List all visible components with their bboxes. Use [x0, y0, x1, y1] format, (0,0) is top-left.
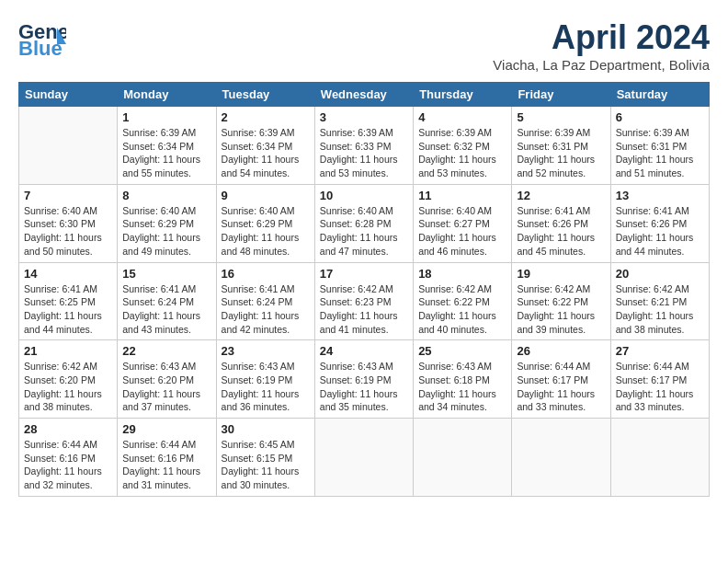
day-info: Sunrise: 6:42 AMSunset: 6:21 PMDaylight:… — [616, 282, 704, 337]
calendar-day-cell: 15Sunrise: 6:41 AMSunset: 6:24 PMDayligh… — [118, 262, 216, 340]
logo: General Blue — [18, 18, 66, 63]
day-info: Sunrise: 6:40 AMSunset: 6:30 PMDaylight:… — [24, 204, 112, 259]
day-info: Sunrise: 6:41 AMSunset: 6:24 PMDaylight:… — [222, 282, 310, 337]
day-info: Sunrise: 6:39 AMSunset: 6:32 PMDaylight:… — [418, 126, 506, 180]
calendar-header-cell: Monday — [118, 83, 216, 107]
calendar-header-cell: Sunday — [19, 83, 118, 107]
calendar-day-cell: 6Sunrise: 6:39 AMSunset: 6:31 PMDaylight… — [610, 107, 709, 185]
calendar-header-cell: Wednesday — [314, 83, 413, 107]
day-number: 18 — [418, 267, 506, 281]
calendar-header-row: SundayMondayTuesdayWednesdayThursdayFrid… — [19, 83, 710, 107]
day-info: Sunrise: 6:39 AMSunset: 6:34 PMDaylight:… — [122, 126, 210, 180]
calendar-day-cell: 24Sunrise: 6:43 AMSunset: 6:19 PMDayligh… — [314, 340, 413, 419]
calendar-day-cell — [314, 419, 413, 497]
day-number: 14 — [24, 267, 112, 281]
day-info: Sunrise: 6:40 AMSunset: 6:28 PMDaylight:… — [320, 204, 408, 259]
calendar-day-cell: 3Sunrise: 6:39 AMSunset: 6:33 PMDaylight… — [314, 107, 413, 185]
day-number: 7 — [24, 189, 112, 202]
calendar-header-cell: Tuesday — [216, 83, 314, 107]
day-number: 5 — [517, 110, 605, 124]
calendar-week-row: 14Sunrise: 6:41 AMSunset: 6:25 PMDayligh… — [19, 262, 710, 340]
day-number: 23 — [222, 344, 310, 358]
calendar-header-cell: Thursday — [414, 83, 512, 107]
day-number: 17 — [320, 267, 408, 281]
calendar-body: 1Sunrise: 6:39 AMSunset: 6:34 PMDaylight… — [19, 107, 710, 497]
day-info: Sunrise: 6:39 AMSunset: 6:31 PMDaylight:… — [616, 126, 704, 180]
day-number: 29 — [122, 422, 210, 436]
day-info: Sunrise: 6:39 AMSunset: 6:34 PMDaylight:… — [222, 126, 310, 180]
logo-icon: General Blue — [18, 18, 66, 63]
title-block: April 2024 Viacha, La Paz Department, Bo… — [493, 18, 710, 73]
day-info: Sunrise: 6:43 AMSunset: 6:20 PMDaylight:… — [122, 360, 210, 414]
day-number: 19 — [517, 267, 605, 281]
day-info: Sunrise: 6:44 AMSunset: 6:17 PMDaylight:… — [517, 360, 605, 414]
calendar-day-cell — [19, 107, 118, 185]
day-number: 6 — [616, 110, 704, 124]
calendar-week-row: 21Sunrise: 6:42 AMSunset: 6:20 PMDayligh… — [19, 340, 710, 419]
calendar-day-cell: 21Sunrise: 6:42 AMSunset: 6:20 PMDayligh… — [19, 340, 118, 419]
calendar-week-row: 28Sunrise: 6:44 AMSunset: 6:16 PMDayligh… — [19, 419, 710, 497]
calendar-day-cell: 10Sunrise: 6:40 AMSunset: 6:28 PMDayligh… — [314, 184, 413, 262]
calendar-day-cell: 2Sunrise: 6:39 AMSunset: 6:34 PMDaylight… — [216, 107, 314, 185]
day-info: Sunrise: 6:44 AMSunset: 6:16 PMDaylight:… — [24, 438, 112, 492]
day-number: 2 — [222, 110, 310, 124]
calendar-day-cell: 16Sunrise: 6:41 AMSunset: 6:24 PMDayligh… — [216, 262, 314, 340]
calendar-day-cell: 1Sunrise: 6:39 AMSunset: 6:34 PMDaylight… — [118, 107, 216, 185]
calendar-day-cell: 4Sunrise: 6:39 AMSunset: 6:32 PMDaylight… — [414, 107, 512, 185]
svg-text:Blue: Blue — [18, 37, 63, 60]
calendar-day-cell: 7Sunrise: 6:40 AMSunset: 6:30 PMDaylight… — [19, 184, 118, 262]
day-info: Sunrise: 6:41 AMSunset: 6:25 PMDaylight:… — [24, 282, 112, 337]
day-number: 4 — [418, 110, 506, 124]
day-info: Sunrise: 6:45 AMSunset: 6:15 PMDaylight:… — [222, 438, 310, 492]
location-subtitle: Viacha, La Paz Department, Bolivia — [493, 57, 710, 73]
calendar-day-cell: 29Sunrise: 6:44 AMSunset: 6:16 PMDayligh… — [118, 419, 216, 497]
day-number: 1 — [122, 110, 210, 124]
day-number: 9 — [222, 189, 310, 202]
calendar-header-cell: Saturday — [610, 83, 709, 107]
calendar-day-cell: 28Sunrise: 6:44 AMSunset: 6:16 PMDayligh… — [19, 419, 118, 497]
day-number: 8 — [122, 189, 210, 202]
calendar-day-cell: 30Sunrise: 6:45 AMSunset: 6:15 PMDayligh… — [216, 419, 314, 497]
calendar-header-cell: Friday — [512, 83, 610, 107]
calendar-day-cell: 18Sunrise: 6:42 AMSunset: 6:22 PMDayligh… — [414, 262, 512, 340]
day-info: Sunrise: 6:39 AMSunset: 6:31 PMDaylight:… — [517, 126, 605, 180]
calendar-day-cell — [512, 419, 610, 497]
calendar-day-cell — [414, 419, 512, 497]
calendar-day-cell: 26Sunrise: 6:44 AMSunset: 6:17 PMDayligh… — [512, 340, 610, 419]
day-number: 28 — [24, 422, 112, 436]
day-number: 3 — [320, 110, 408, 124]
calendar-day-cell: 11Sunrise: 6:40 AMSunset: 6:27 PMDayligh… — [414, 184, 512, 262]
day-info: Sunrise: 6:42 AMSunset: 6:20 PMDaylight:… — [24, 360, 112, 414]
day-info: Sunrise: 6:39 AMSunset: 6:33 PMDaylight:… — [320, 126, 408, 180]
day-info: Sunrise: 6:43 AMSunset: 6:18 PMDaylight:… — [418, 360, 506, 414]
day-number: 26 — [517, 344, 605, 358]
calendar-table: SundayMondayTuesdayWednesdayThursdayFrid… — [18, 82, 710, 497]
day-number: 10 — [320, 189, 408, 202]
day-number: 12 — [517, 189, 605, 202]
day-info: Sunrise: 6:41 AMSunset: 6:26 PMDaylight:… — [517, 204, 605, 259]
calendar-day-cell: 12Sunrise: 6:41 AMSunset: 6:26 PMDayligh… — [512, 184, 610, 262]
calendar-week-row: 7Sunrise: 6:40 AMSunset: 6:30 PMDaylight… — [19, 184, 710, 262]
calendar-day-cell: 13Sunrise: 6:41 AMSunset: 6:26 PMDayligh… — [610, 184, 709, 262]
day-info: Sunrise: 6:41 AMSunset: 6:24 PMDaylight:… — [122, 282, 210, 337]
day-number: 24 — [320, 344, 408, 358]
calendar-day-cell: 22Sunrise: 6:43 AMSunset: 6:20 PMDayligh… — [118, 340, 216, 419]
day-number: 15 — [122, 267, 210, 281]
calendar-week-row: 1Sunrise: 6:39 AMSunset: 6:34 PMDaylight… — [19, 107, 710, 185]
day-number: 25 — [418, 344, 506, 358]
day-info: Sunrise: 6:40 AMSunset: 6:29 PMDaylight:… — [222, 204, 310, 259]
day-number: 21 — [24, 344, 112, 358]
day-number: 13 — [616, 189, 704, 202]
calendar-day-cell: 23Sunrise: 6:43 AMSunset: 6:19 PMDayligh… — [216, 340, 314, 419]
day-number: 22 — [122, 344, 210, 358]
calendar-day-cell: 27Sunrise: 6:44 AMSunset: 6:17 PMDayligh… — [610, 340, 709, 419]
month-title: April 2024 — [493, 18, 710, 57]
day-number: 16 — [222, 267, 310, 281]
calendar-day-cell: 17Sunrise: 6:42 AMSunset: 6:23 PMDayligh… — [314, 262, 413, 340]
day-info: Sunrise: 6:42 AMSunset: 6:22 PMDaylight:… — [517, 282, 605, 337]
day-info: Sunrise: 6:42 AMSunset: 6:23 PMDaylight:… — [320, 282, 408, 337]
calendar-day-cell: 25Sunrise: 6:43 AMSunset: 6:18 PMDayligh… — [414, 340, 512, 419]
calendar-day-cell — [610, 419, 709, 497]
calendar-day-cell: 9Sunrise: 6:40 AMSunset: 6:29 PMDaylight… — [216, 184, 314, 262]
day-info: Sunrise: 6:41 AMSunset: 6:26 PMDaylight:… — [616, 204, 704, 259]
